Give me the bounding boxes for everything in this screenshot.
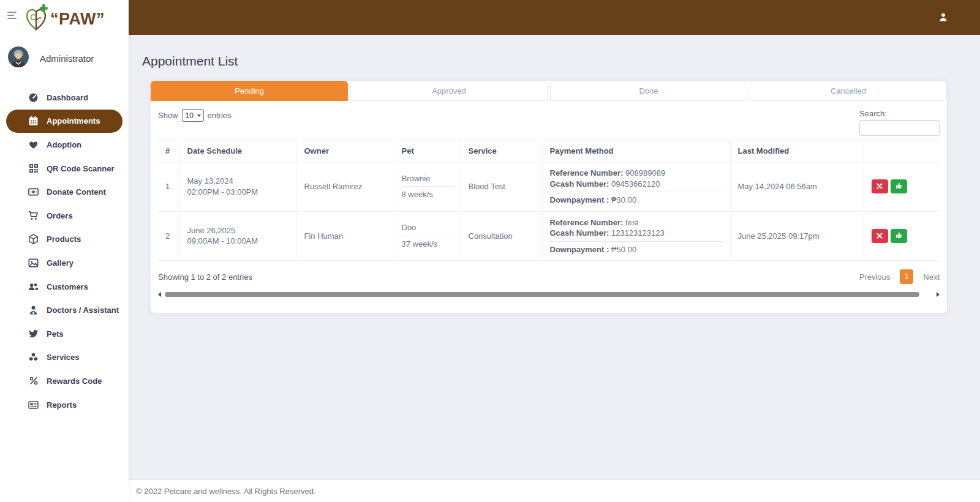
cart-icon: [28, 211, 39, 221]
sidebar-item-reports[interactable]: Reports: [0, 393, 129, 417]
bird-icon: [28, 329, 39, 339]
table-row: 2 June 26,2025 09:00AM - 10:00AM Fin Hum…: [158, 211, 940, 261]
calendar-icon: [28, 116, 39, 126]
sidebar-item-qr-code-scanner[interactable]: QR Code Scanner: [0, 157, 129, 181]
row-number: 1: [158, 162, 179, 212]
sidebar-item-label: Adoption: [47, 140, 81, 149]
main-content: Appointment List Pending Approved Done C…: [129, 35, 980, 479]
sidebar-item-label: Customers: [47, 282, 88, 291]
previous-button[interactable]: Previous: [859, 272, 891, 282]
sidebar-item-orders[interactable]: Orders: [0, 204, 129, 228]
reject-button[interactable]: [872, 229, 888, 243]
sidebar-item-pets[interactable]: Pets: [0, 322, 129, 346]
box-icon: [28, 234, 39, 244]
date-schedule-cell: May 13,2024 02:00PM - 03:00PM: [179, 162, 296, 212]
last-modified-cell: June 25,2025 09:17pm: [730, 211, 864, 261]
table-header-row: # Date Schedule Owner Pet Service Paymen…: [158, 140, 940, 162]
entries-label: entries: [208, 111, 232, 120]
x-icon: [876, 182, 883, 191]
service-cell: Consultation: [461, 211, 542, 261]
actions-cell: [864, 211, 940, 261]
sidebar-item-gallery[interactable]: Gallery: [0, 251, 129, 275]
sidebar-item-donate-content[interactable]: Donate Content: [0, 180, 129, 204]
dashboard-icon: [28, 92, 39, 103]
page-size-select-wrap: 10: [182, 109, 204, 122]
search-box: Search:: [859, 109, 940, 136]
newspaper-icon: [28, 400, 39, 410]
cubes-icon: [28, 352, 39, 362]
topbar: [129, 0, 980, 35]
sidebar-item-customers[interactable]: Customers: [0, 275, 129, 299]
date-schedule-cell: June 26,2025 09:00AM - 10:00AM: [179, 211, 296, 261]
scrollbar-track[interactable]: [164, 292, 934, 297]
payment-method-cell: Reference Number: test Gcash Number: 123…: [542, 211, 730, 261]
heart-icon: [28, 140, 39, 150]
sidebar-item-appointments[interactable]: Appointments: [6, 110, 123, 133]
page-size-select[interactable]: 10: [182, 109, 204, 122]
thumbs-up-icon: [895, 182, 902, 191]
logo-text: “PAW”: [50, 10, 105, 29]
thumbs-up-icon: [895, 231, 902, 241]
image-icon: [28, 258, 39, 268]
sidebar-item-label: Dashboard: [47, 93, 88, 102]
footer: © 2022 Petcare and wellness. All Rights …: [129, 479, 980, 502]
copyright-text: © 2022 Petcare and wellness. All Rights …: [136, 487, 316, 496]
scroll-right-icon[interactable]: [937, 292, 940, 297]
table-controls: Show 10 entries Search:: [151, 101, 947, 136]
search-label: Search:: [859, 109, 940, 118]
app-logo: “PAW”: [23, 4, 105, 34]
search-input[interactable]: [859, 120, 940, 136]
sidebar: “PAW” Administrator: [0, 0, 129, 502]
tab-approved[interactable]: Approved: [350, 81, 548, 101]
col-pet: Pet: [394, 140, 461, 162]
page-title: Appointment List: [142, 54, 980, 69]
app-window: “PAW” Administrator: [0, 0, 980, 502]
col-owner: Owner: [296, 140, 394, 162]
sidebar-item-label: QR Code Scanner: [47, 164, 115, 173]
scroll-left-icon[interactable]: [158, 292, 161, 297]
x-icon: [876, 231, 883, 241]
page-number-button[interactable]: 1: [900, 269, 913, 284]
row-number: 2: [158, 211, 179, 261]
percent-icon: [28, 376, 39, 386]
sidebar-item-adoption[interactable]: Adoption: [0, 133, 129, 157]
paw-heart-logo-icon: [23, 4, 49, 34]
show-label: Show: [158, 111, 178, 120]
tab-done[interactable]: Done: [550, 81, 747, 101]
sidebar-item-label: Products: [47, 234, 81, 244]
approve-button[interactable]: [891, 229, 907, 243]
money-icon: [28, 187, 39, 197]
pet-cell: Doo 37 week/s: [394, 211, 461, 261]
sidebar-item-rewards-code[interactable]: Rewards Code: [0, 369, 129, 393]
reject-button[interactable]: [872, 179, 888, 193]
sidebar-item-label: Services: [47, 353, 80, 362]
appointment-card: Pending Approved Done Cancelled Show 10 …: [151, 81, 947, 313]
last-modified-cell: May 14,2024 06:56am: [730, 162, 864, 212]
entries-info: Showing 1 to 2 of 2 entries: [158, 272, 252, 282]
sidebar-menu: Dashboard Appointments Adoption QR Code …: [0, 86, 129, 416]
tab-pending[interactable]: Pending: [151, 81, 348, 101]
next-button[interactable]: Next: [923, 272, 940, 282]
show-entries: Show 10 entries: [158, 109, 232, 122]
approve-button[interactable]: [891, 179, 907, 193]
col-number: #: [158, 140, 179, 162]
col-payment-method: Payment Method: [542, 140, 730, 162]
sidebar-item-label: Gallery: [47, 258, 74, 268]
status-tabs: Pending Approved Done Cancelled: [151, 81, 947, 101]
col-service: Service: [461, 140, 542, 162]
horizontal-scrollbar: [158, 291, 940, 298]
col-actions: [864, 140, 940, 162]
sidebar-item-services[interactable]: Services: [0, 346, 129, 370]
user-icon[interactable]: [938, 12, 948, 24]
service-cell: Blood Test: [461, 162, 542, 212]
sidebar-item-label: Donate Content: [47, 187, 106, 197]
table-footer: Showing 1 to 2 of 2 entries Previous 1 N…: [151, 261, 947, 284]
scrollbar-thumb[interactable]: [165, 292, 919, 297]
avatar: [8, 47, 29, 70]
menu-toggle-icon[interactable]: [7, 12, 17, 21]
sidebar-item-dashboard[interactable]: Dashboard: [0, 86, 129, 110]
tab-cancelled[interactable]: Cancelled: [750, 81, 947, 101]
sidebar-item-doctors-assistant[interactable]: Doctors / Assistant: [0, 298, 129, 322]
pagination: Previous 1 Next: [859, 269, 940, 284]
sidebar-item-products[interactable]: Products: [0, 228, 129, 252]
